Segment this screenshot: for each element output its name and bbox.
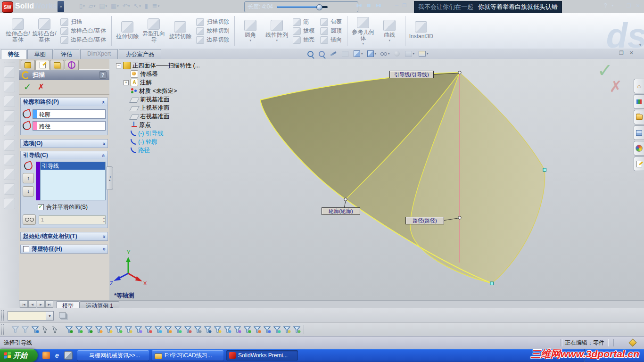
spin-up-icon[interactable]: ▴ <box>103 216 105 220</box>
dropdown-caret-icon[interactable]: ▾ <box>388 52 390 56</box>
tab-solidworks-resources[interactable]: ⌂ <box>634 79 644 93</box>
ribbon-small-button[interactable]: 边界凸台/基体 <box>60 36 106 44</box>
dropdown-caret-icon[interactable]: ▾ <box>83 4 85 8</box>
selection-filter-button[interactable] <box>133 325 143 335</box>
feature-tree-item[interactable]: 上视基准面 <box>116 104 200 112</box>
view-toolbar-button[interactable] <box>319 51 326 57</box>
tab-dimxpert-manager[interactable] <box>65 60 79 70</box>
ribbon-big-button[interactable]: 旋转切除 <box>167 21 193 41</box>
view-toolbar-button[interactable]: ▾ <box>380 52 390 56</box>
selection-filter-button[interactable] <box>40 325 50 335</box>
feature-tree-item[interactable]: 材质 <未指定> <box>116 87 200 95</box>
view-toolbar-button[interactable]: ▾ <box>367 50 377 57</box>
cancel-button[interactable]: ✗ <box>38 82 44 92</box>
dropdown-caret-icon[interactable]: ▾ <box>427 52 429 56</box>
tab-scroll-button[interactable]: ▶| <box>45 300 53 308</box>
dropdown-caret-icon[interactable]: ▾ <box>389 39 391 42</box>
callout-path[interactable]: 路径(路径) <box>405 217 444 224</box>
selection-filter-button[interactable] <box>10 325 20 335</box>
spin-down-icon[interactable]: ▾ <box>103 220 105 223</box>
selection-filter-button[interactable] <box>223 325 232 335</box>
left-toolbar-button[interactable] <box>4 125 15 136</box>
media-previous-button[interactable]: ▮◀ <box>356 3 361 8</box>
player-restore-button[interactable]: ❐ <box>402 3 406 8</box>
view-toolbar-button[interactable]: ▾ <box>354 50 363 57</box>
feature-tree-item[interactable]: (-) 轮廓 <box>116 138 200 146</box>
selection-filter-button[interactable] <box>302 325 306 335</box>
selection-filter-button[interactable] <box>153 325 163 335</box>
selection-filter-button[interactable] <box>203 325 213 335</box>
confirm-cancel-button[interactable]: ✗ <box>609 80 622 94</box>
tree-item-label[interactable]: (-) 轮廓 <box>138 138 157 146</box>
ribbon-small-button[interactable]: 边界切除 <box>196 36 229 44</box>
tab-scroll-button[interactable]: ▶ <box>37 300 45 308</box>
menu-chevron-button[interactable]: » <box>58 1 64 12</box>
tree-item-label[interactable]: 材质 <未指定> <box>139 87 177 95</box>
player-minimize-button[interactable]: ─ <box>395 3 398 8</box>
ribbon-big-button[interactable]: 曲线 ▾ <box>376 20 403 42</box>
tab-property-manager[interactable] <box>35 60 50 70</box>
media-slider-thumb[interactable] <box>316 4 322 10</box>
view-toolbar-button[interactable]: ▾ <box>405 51 415 57</box>
taskbar-task-button[interactable]: F:\学习\CAD练习... <box>152 350 223 361</box>
left-toolbar-button[interactable] <box>4 66 15 78</box>
quicklaunch-browser-icon[interactable] <box>42 352 50 359</box>
section-number-spinner[interactable]: 1 ▴▾ <box>39 215 106 224</box>
tetrahedron-sweep-body[interactable] <box>260 71 546 285</box>
ribbon-small-button[interactable]: 放样切割 <box>196 27 229 35</box>
view-toolbar-button[interactable]: ▾ <box>419 51 429 57</box>
tree-item-label[interactable]: 上视基准面 <box>140 104 170 112</box>
dropdown-caret-icon[interactable]: ▾ <box>375 52 377 56</box>
tab-scroll-button[interactable]: ◀ <box>28 300 36 308</box>
section-options[interactable]: 选项(O) « <box>20 139 108 148</box>
selection-filter-button[interactable] <box>50 325 60 335</box>
titlebar-tool-button[interactable]: ≣ ▾ <box>152 2 159 10</box>
vertex-marker[interactable] <box>344 198 347 201</box>
section-thin-feature[interactable]: 薄壁特征(H) « <box>20 245 108 254</box>
tab-motion-study[interactable]: 运动算例 1 <box>80 301 119 308</box>
tab-custom-properties[interactable] <box>634 156 644 171</box>
guide-curve-list-item[interactable]: 引导线 <box>41 162 105 170</box>
media-pause-button[interactable]: ▮▮ <box>367 3 371 8</box>
start-button[interactable]: 开始 <box>0 349 38 362</box>
selection-combobox[interactable]: ▼ <box>8 311 54 321</box>
quicklaunch-app-icon[interactable] <box>64 351 73 360</box>
dropdown-caret-icon[interactable]: ▾ <box>128 4 130 8</box>
tree-item-label[interactable]: (-) 引导线 <box>138 130 163 138</box>
titlebar-tool-button[interactable]: ▱ ▾ <box>89 2 96 10</box>
ribbon-overflow-caret-icon[interactable]: ▾ <box>639 43 641 47</box>
tree-item-label[interactable]: 前视基准面 <box>140 96 170 104</box>
selection-filter-button[interactable] <box>124 325 133 335</box>
selection-filter-button[interactable] <box>272 325 282 335</box>
ribbon-small-button[interactable]: 包覆 <box>320 18 342 26</box>
taskbar-task-button[interactable]: 马棚网机械资讯>>... <box>77 350 149 361</box>
dropdown-caret-icon[interactable]: ▾ <box>105 4 107 8</box>
tab-configuration-manager[interactable] <box>50 60 64 70</box>
feature-tree-item[interactable]: + 注解 <box>116 78 200 87</box>
tab-scroll-button[interactable]: |◀ <box>20 300 28 308</box>
endpoint-marker[interactable] <box>543 168 546 172</box>
tab-search[interactable] <box>634 125 644 140</box>
quicklaunch-ie-icon[interactable]: e <box>53 352 61 359</box>
selection-filter-button[interactable] <box>94 325 104 335</box>
media-next-button[interactable]: ▶▮ <box>376 3 381 8</box>
feature-tree-item[interactable]: 传感器 <box>116 70 200 78</box>
selection-filter-button[interactable] <box>282 325 292 335</box>
selection-filter-button[interactable] <box>262 325 272 335</box>
selection-filter-button[interactable] <box>104 325 114 335</box>
titlebar-tool-button[interactable]: ▦ ▾ <box>111 2 119 10</box>
expand-chevron-icon[interactable]: « <box>101 142 107 145</box>
left-toolbar-button[interactable] <box>4 169 15 180</box>
dropdown-caret-icon[interactable]: ▾ <box>413 52 415 56</box>
selection-filter-button[interactable] <box>84 325 94 335</box>
ribbon-big-button[interactable]: 圆角 ▾ <box>237 20 264 42</box>
ribbon-big-button[interactable]: 拉伸切除 <box>114 21 140 41</box>
window-minimize-button[interactable]: ─ <box>618 3 622 8</box>
ok-button[interactable]: ✓ <box>24 82 31 92</box>
toolbar-grip[interactable] <box>1 310 4 321</box>
ribbon-small-button[interactable]: 圆顶 <box>320 27 342 35</box>
selection-filter-button[interactable] <box>30 325 40 335</box>
command-tab[interactable]: DimXpert <box>80 49 118 59</box>
selection-filter-button[interactable] <box>252 325 262 335</box>
panel-splitter-handle[interactable]: ◂▸ <box>107 166 113 190</box>
